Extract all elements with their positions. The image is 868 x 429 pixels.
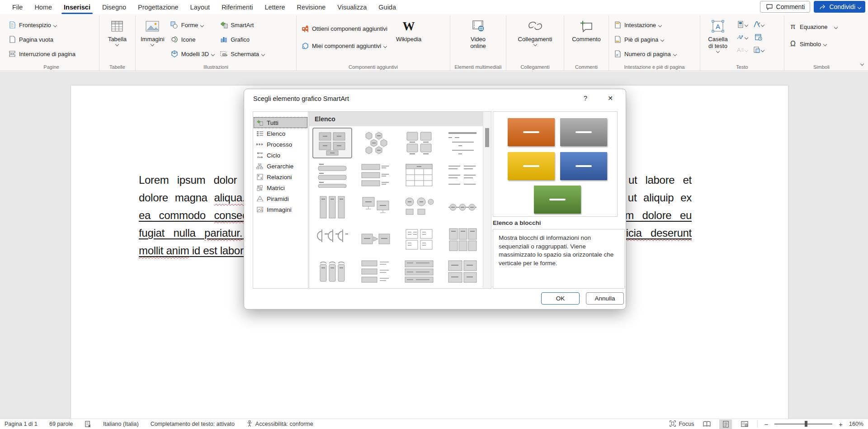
forme-button[interactable]: Forme bbox=[169, 18, 216, 32]
category-relazioni[interactable]: Relazioni bbox=[254, 172, 307, 182]
thumb-monitor-shapes[interactable] bbox=[357, 193, 394, 221]
grafico-button[interactable]: Grafico bbox=[218, 33, 266, 46]
thumb-text-lines[interactable] bbox=[444, 129, 481, 157]
table-icon bbox=[109, 19, 125, 34]
zoom-slider-thumb[interactable] bbox=[805, 421, 807, 427]
wordart-button[interactable] bbox=[751, 21, 766, 28]
ok-button[interactable]: OK bbox=[541, 292, 580, 305]
category-tutti[interactable]: Tutti bbox=[254, 117, 307, 128]
web-layout-button[interactable] bbox=[738, 419, 751, 429]
thumb-timeline-dots[interactable] bbox=[444, 193, 481, 221]
page-indicator[interactable]: Pagina 1 di 1 bbox=[5, 421, 38, 427]
immagini-button[interactable]: Immagini bbox=[138, 16, 167, 46]
accessibility-indicator[interactable]: Accessibilità: conforme bbox=[246, 420, 313, 428]
preview-block-green bbox=[534, 186, 581, 214]
share-button[interactable]: Condividi bbox=[814, 1, 865, 13]
collapse-ribbon-button[interactable] bbox=[861, 59, 863, 67]
numero-di-pagina-button[interactable]: # Numero di pagina bbox=[612, 47, 678, 61]
language-indicator[interactable]: Italiano (Italia) bbox=[103, 421, 139, 427]
category-immagini[interactable]: Immagini bbox=[254, 204, 307, 215]
gallery-scrollbar[interactable] bbox=[483, 112, 491, 288]
oggetto-button[interactable] bbox=[751, 46, 766, 53]
pie-di-pagina-button[interactable]: Piè di pagina bbox=[612, 33, 678, 46]
frontespizio-button[interactable]: Frontespizio bbox=[6, 18, 77, 32]
proofing-errors-icon[interactable] bbox=[85, 421, 91, 428]
category-elenco[interactable]: Elenco bbox=[254, 128, 307, 139]
zoom-out-button[interactable]: − bbox=[764, 420, 768, 428]
equazione-button[interactable]: π Equazione bbox=[787, 20, 839, 33]
category-gerarchie[interactable]: Gerarchie bbox=[254, 161, 307, 172]
category-piramidi[interactable]: Piramidi bbox=[254, 193, 307, 204]
video-online-button[interactable]: Video online bbox=[462, 16, 494, 49]
status-bar: Pagina 1 di 1 69 parole Italiano (Italia… bbox=[0, 419, 868, 429]
comments-button[interactable]: Commenti bbox=[760, 1, 811, 13]
tab-disegno[interactable]: Disegno bbox=[96, 0, 132, 14]
chevron-down-icon bbox=[716, 49, 720, 53]
pagina-vuota-button[interactable]: Pagina vuota bbox=[6, 33, 77, 46]
componenti-rapidi-button[interactable] bbox=[735, 21, 750, 28]
thumb-vertical-columns[interactable] bbox=[314, 193, 351, 221]
icone-button[interactable]: Icone bbox=[169, 33, 216, 46]
category-processo[interactable]: Processo bbox=[254, 139, 307, 150]
close-icon[interactable]: ✕ bbox=[602, 92, 618, 105]
chevron-down-icon bbox=[761, 48, 764, 52]
data-e-ora-button[interactable] bbox=[751, 33, 766, 41]
smartart-dialog: Scegli elemento grafico SmartArt ? ✕ Tut… bbox=[244, 89, 626, 310]
commento-button[interactable]: Commento bbox=[570, 16, 603, 43]
zoom-level[interactable]: 160% bbox=[849, 421, 863, 427]
thumb-cylinder-columns[interactable] bbox=[314, 257, 351, 286]
thumb-big-tiles[interactable] bbox=[444, 225, 481, 253]
tab-revisione[interactable]: Revisione bbox=[291, 0, 332, 14]
tab-file[interactable]: File bbox=[6, 0, 28, 14]
category-ciclo[interactable]: Ciclo bbox=[254, 150, 307, 161]
help-button[interactable]: ? bbox=[580, 94, 590, 102]
tab-riferimenti[interactable]: Riferimenti bbox=[216, 0, 259, 14]
riga-firma-button[interactable]: A bbox=[735, 33, 750, 41]
intestazione-button[interactable]: Intestazione bbox=[612, 18, 678, 32]
cancel-button[interactable]: Annulla bbox=[586, 292, 624, 305]
tab-visualizza[interactable]: Visualizza bbox=[331, 0, 373, 14]
casella-di-testo-button[interactable]: A Casella di testo bbox=[703, 16, 733, 52]
thumb-detail-list[interactable] bbox=[357, 257, 394, 286]
schermata-button[interactable]: Schermata bbox=[218, 47, 266, 61]
simbolo-button[interactable]: Ω Simbolo bbox=[787, 37, 839, 51]
word-count[interactable]: 69 parole bbox=[49, 421, 73, 427]
tab-lettere[interactable]: Lettere bbox=[259, 0, 291, 14]
thumb-grouped-grid[interactable] bbox=[401, 225, 438, 253]
thumb-segmented-list[interactable] bbox=[401, 257, 438, 286]
thumb-hexagon-cluster[interactable] bbox=[357, 129, 394, 157]
tab-progettazione[interactable]: Progettazione bbox=[132, 0, 184, 14]
thumb-circle-process[interactable] bbox=[401, 193, 438, 221]
smartart-button[interactable]: SmartArt bbox=[218, 18, 266, 32]
tab-layout[interactable]: Layout bbox=[184, 0, 216, 14]
capolettera-button[interactable]: A bbox=[735, 46, 750, 53]
thumb-rounded-bars[interactable] bbox=[314, 161, 351, 189]
thumb-arrow-blocks[interactable] bbox=[357, 225, 394, 253]
scrollbar-thumb[interactable] bbox=[485, 128, 489, 147]
thumb-elenco-a-blocchi[interactable] bbox=[314, 129, 351, 157]
thumb-wide-grid[interactable] bbox=[444, 257, 481, 286]
zoom-slider[interactable] bbox=[774, 424, 832, 424]
tab-guida[interactable]: Guida bbox=[373, 0, 402, 14]
text-completion-indicator[interactable]: Completamento del testo: attivato bbox=[151, 421, 235, 427]
thumb-lined-list[interactable] bbox=[444, 161, 481, 189]
zoom-in-button[interactable]: + bbox=[839, 420, 843, 428]
thumb-picture-caption-list[interactable] bbox=[401, 129, 438, 157]
thumb-stacked-list[interactable] bbox=[357, 161, 394, 189]
thumb-table-list[interactable] bbox=[401, 161, 438, 189]
collegamenti-button[interactable]: Collegamenti bbox=[516, 16, 555, 46]
smartart-icon bbox=[220, 21, 228, 29]
tab-inserisci[interactable]: Inserisci bbox=[58, 0, 96, 14]
thumb-dial-list[interactable] bbox=[314, 225, 351, 253]
focus-mode-button[interactable]: Focus bbox=[670, 420, 694, 428]
tabella-button[interactable]: Tabella bbox=[106, 16, 129, 46]
category-matrici[interactable]: Matrici bbox=[254, 182, 307, 193]
ottieni-componenti-button[interactable]: Ottieni componenti aggiuntivi bbox=[299, 22, 389, 35]
modelli-3d-button[interactable]: Modelli 3D bbox=[169, 47, 216, 61]
wikipedia-button[interactable]: W Wikipedia bbox=[394, 16, 424, 43]
tab-home[interactable]: Home bbox=[28, 0, 58, 14]
print-layout-button[interactable] bbox=[719, 419, 732, 429]
interruzione-pagina-button[interactable]: Interruzione di pagina bbox=[6, 47, 77, 61]
read-mode-button[interactable] bbox=[700, 419, 713, 429]
miei-componenti-button[interactable]: Miei componenti aggiuntivi bbox=[299, 39, 389, 52]
